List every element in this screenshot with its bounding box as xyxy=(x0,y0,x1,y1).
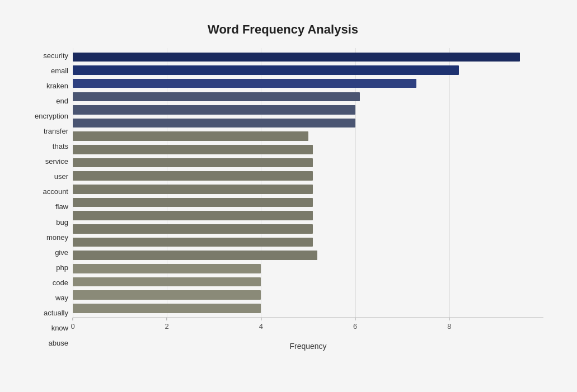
bar xyxy=(73,277,261,287)
y-label: security xyxy=(43,52,68,59)
bar-row xyxy=(73,209,543,223)
x-tick-line xyxy=(261,318,261,320)
bar xyxy=(73,264,261,273)
bar-row xyxy=(73,249,543,262)
bar xyxy=(73,185,313,194)
bar-row xyxy=(73,275,543,289)
bar-row xyxy=(73,90,543,103)
bar-row xyxy=(73,223,543,236)
bar xyxy=(73,158,313,168)
bars-wrapper xyxy=(73,48,543,317)
x-tick-label: 2 xyxy=(165,322,169,330)
x-tick: 0 xyxy=(71,318,74,330)
x-tick-label: 8 xyxy=(447,322,451,330)
y-label: flaw xyxy=(55,203,68,210)
bar-row xyxy=(73,169,543,183)
y-label: code xyxy=(53,279,68,286)
bar xyxy=(73,53,520,62)
y-label: email xyxy=(51,67,68,74)
bar-row xyxy=(73,196,543,209)
x-tick-line xyxy=(72,318,73,320)
x-tick-label: 0 xyxy=(71,322,74,330)
bar-row xyxy=(73,130,543,143)
chart-title: Word Frequency Analysis xyxy=(22,22,543,37)
bar-row xyxy=(73,235,543,249)
x-tick: 4 xyxy=(259,318,263,330)
x-axis-title: Frequency xyxy=(73,342,543,351)
y-label: know xyxy=(51,324,68,332)
bar xyxy=(73,131,308,141)
y-label: kraken xyxy=(46,82,68,89)
bar xyxy=(73,304,261,313)
y-label: account xyxy=(43,188,68,195)
y-label: bug xyxy=(56,219,68,226)
chart-container: Word Frequency Analysis securityemailkra… xyxy=(11,11,566,392)
y-label: abuse xyxy=(49,339,68,347)
x-tick: 6 xyxy=(353,318,357,330)
y-label: user xyxy=(54,173,68,180)
y-label: php xyxy=(56,264,68,271)
x-tick-label: 4 xyxy=(259,322,263,330)
bar-row xyxy=(73,77,543,90)
x-tick: 2 xyxy=(165,318,169,330)
bar xyxy=(73,211,313,220)
bar xyxy=(73,79,416,88)
bar-row xyxy=(73,103,543,117)
bar xyxy=(73,198,313,207)
x-tick-line xyxy=(355,318,355,320)
y-label: way xyxy=(55,294,68,301)
y-label: give xyxy=(55,249,68,256)
y-label: transfer xyxy=(44,127,68,135)
x-tick-line xyxy=(449,318,449,320)
y-label: thats xyxy=(53,143,68,150)
bar-row xyxy=(73,183,543,196)
bar xyxy=(73,251,317,260)
bar xyxy=(73,65,459,75)
bar xyxy=(73,92,360,102)
bar-row xyxy=(73,262,543,276)
x-tick-label: 6 xyxy=(353,322,357,330)
bar-row xyxy=(73,301,543,315)
x-tick-line xyxy=(167,318,167,320)
x-axis: 02468 xyxy=(73,317,543,339)
bar xyxy=(73,238,313,247)
bar xyxy=(73,145,313,154)
bar-row xyxy=(73,289,543,302)
bar-row xyxy=(73,50,543,64)
bar-row xyxy=(73,64,543,77)
bars-area xyxy=(73,48,543,317)
bar xyxy=(73,290,261,300)
y-label: money xyxy=(46,234,68,241)
y-labels: securityemailkrakenendencryptiontransfer… xyxy=(22,48,73,351)
bar xyxy=(73,105,355,115)
bar-row xyxy=(73,116,543,130)
bar xyxy=(73,224,313,234)
y-label: actually xyxy=(44,309,68,317)
bars-and-xaxis: 02468 Frequency xyxy=(73,48,543,351)
y-label: encryption xyxy=(35,112,68,120)
x-tick: 8 xyxy=(447,318,451,330)
bar xyxy=(73,171,313,181)
bar-row xyxy=(73,156,543,169)
y-label: service xyxy=(45,158,68,165)
bar xyxy=(73,119,355,128)
bar-row xyxy=(73,143,543,157)
y-label: end xyxy=(56,97,68,105)
chart-area: securityemailkrakenendencryptiontransfer… xyxy=(22,48,543,351)
